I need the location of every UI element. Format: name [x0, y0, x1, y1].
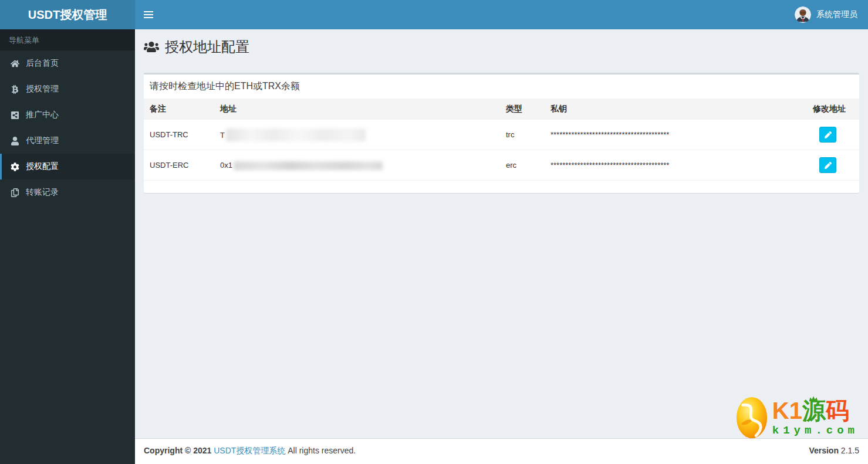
page-title-text: 授权地址配置	[165, 38, 249, 56]
sidebar-item-transfer-records[interactable]: 转账记录	[0, 179, 135, 205]
address-config-panel: 请按时检查地址中的ETH或TRX余额 备注 地址 类型 私钥 修改地址	[144, 73, 859, 193]
user-icon	[11, 137, 26, 145]
sidebar-item: 代理管理	[0, 128, 135, 154]
home-icon	[11, 59, 26, 68]
copyright: Copyright © 2021 USDT授权管理系统 All rights r…	[144, 446, 859, 456]
watermark-domain: k1ym.com	[772, 424, 859, 437]
rights-text: All rights reserved.	[288, 446, 356, 455]
content-header: 授权地址配置	[135, 29, 868, 56]
user-menu[interactable]: 系统管理员	[789, 0, 863, 29]
sidebar-item-label: 推广中心	[26, 110, 59, 120]
redacted-address	[226, 128, 366, 141]
brand-link[interactable]: USDT授权管理系统	[214, 446, 285, 455]
table-header-row: 备注 地址 类型 私钥 修改地址	[144, 99, 859, 120]
redacted-address	[234, 161, 383, 170]
gear-icon	[11, 162, 26, 171]
column-header-address: 地址	[214, 99, 500, 120]
address-prefix: 0x1	[220, 161, 232, 170]
sidebar: 导航菜单 后台首页 授权管理 推广中心	[0, 29, 135, 464]
crown-icon	[809, 394, 818, 404]
table-row: USDT-TRC T trc *************************…	[144, 120, 859, 150]
avatar	[795, 6, 811, 23]
version-label: Version	[809, 446, 839, 455]
bars-icon	[144, 14, 153, 15]
column-header-private-key: 私钥	[545, 99, 807, 120]
address-prefix: T	[220, 130, 225, 139]
column-header-type: 类型	[500, 99, 545, 120]
remark-cell: USDT-ERC	[144, 150, 214, 181]
panel-body: 备注 地址 类型 私钥 修改地址 USDT-TRC T trc ****	[144, 99, 859, 193]
sidebar-item-active: 授权配置	[0, 154, 135, 179]
k1ym-logo-icon	[736, 396, 768, 439]
sidebar-item: 推广中心	[0, 102, 135, 128]
panel-title: 请按时检查地址中的ETH或TRX余额	[144, 74, 859, 99]
sidebar-item-auth-management[interactable]: 授权管理	[0, 76, 135, 102]
pencil-icon	[825, 162, 832, 169]
edit-address-button[interactable]	[819, 127, 836, 143]
sidebar-item-label: 授权管理	[26, 84, 59, 94]
version-value: 2.1.5	[841, 446, 859, 455]
bitcoin-icon	[11, 85, 26, 94]
main-header: USDT授权管理	[0, 0, 868, 29]
sidebar-item-agent-management[interactable]: 代理管理	[0, 128, 135, 154]
main-footer: Version 2.1.5 Copyright © 2021 USDT授权管理系…	[135, 438, 868, 464]
app-title: USDT授权管理	[28, 7, 107, 23]
share-icon	[11, 111, 26, 120]
bars-icon	[144, 17, 153, 18]
edit-cell	[807, 150, 859, 181]
private-key-cell: ****************************************	[545, 120, 807, 150]
sidebar-item-label: 转账记录	[26, 187, 59, 198]
app-logo[interactable]: USDT授权管理	[0, 0, 135, 29]
remark-cell: USDT-TRC	[144, 120, 214, 150]
top-navbar: 系统管理员	[135, 0, 868, 29]
private-key-cell: ****************************************	[545, 150, 807, 181]
sidebar-item-home[interactable]: 后台首页	[0, 50, 135, 76]
edit-address-button[interactable]	[819, 157, 836, 173]
column-header-edit: 修改地址	[807, 99, 859, 120]
address-table: 备注 地址 类型 私钥 修改地址 USDT-TRC T trc ****	[144, 99, 859, 181]
address-cell: T	[214, 120, 500, 150]
edit-cell	[807, 120, 859, 150]
users-icon	[144, 40, 159, 53]
k1ym-text-block: K1源码 k1ym.com	[772, 399, 859, 437]
sidebar-item-label: 代理管理	[26, 136, 59, 146]
copyright-text: Copyright © 2021	[144, 446, 211, 455]
sidebar-item: 授权管理	[0, 76, 135, 102]
type-cell: trc	[500, 120, 545, 150]
version-info: Version 2.1.5	[809, 446, 859, 455]
sidebar-item-promotion-center[interactable]: 推广中心	[0, 102, 135, 128]
page-title: 授权地址配置	[144, 38, 859, 56]
user-name: 系统管理员	[816, 9, 857, 20]
address-cell: 0x1	[214, 150, 500, 181]
sidebar-section-header: 导航菜单	[0, 29, 135, 50]
sidebar-item-label: 授权配置	[26, 161, 59, 172]
sidebar-toggle-button[interactable]	[135, 0, 162, 29]
table-row: USDT-ERC 0x1 erc ***********************…	[144, 150, 859, 181]
sidebar-menu: 后台首页 授权管理 推广中心 代理	[0, 50, 135, 205]
column-header-remark: 备注	[144, 99, 214, 120]
sidebar-item: 后台首页	[0, 50, 135, 76]
sidebar-item-auth-config[interactable]: 授权配置	[0, 154, 135, 179]
pencil-icon	[825, 131, 832, 138]
type-cell: erc	[500, 150, 545, 181]
bars-icon	[144, 11, 153, 12]
sidebar-item-label: 后台首页	[26, 58, 59, 69]
copy-icon	[11, 188, 26, 197]
k1ym-watermark: K1源码 k1ym.com	[736, 396, 859, 439]
content-area: 授权地址配置 请按时检查地址中的ETH或TRX余额 备注 地址 类型 私钥 修改…	[135, 29, 868, 438]
sidebar-item: 转账记录	[0, 179, 135, 205]
